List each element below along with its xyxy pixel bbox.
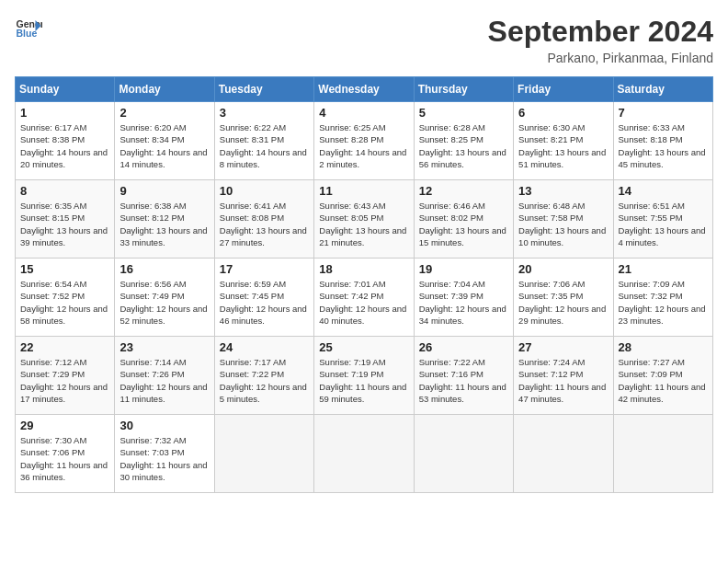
day-number: 23 — [119, 340, 209, 354]
calendar-cell: 12Sunrise: 6:46 AMSunset: 8:02 PMDayligh… — [414, 180, 513, 259]
day-number: 1 — [20, 106, 109, 120]
calendar-cell: 26Sunrise: 7:22 AMSunset: 7:16 PMDayligh… — [414, 337, 513, 415]
week-row-1: 1Sunrise: 6:17 AMSunset: 8:38 PMDaylight… — [16, 102, 713, 180]
calendar-cell: 8Sunrise: 6:35 AMSunset: 8:15 PMDaylight… — [16, 180, 115, 259]
day-info: Sunrise: 6:20 AMSunset: 8:34 PMDaylight:… — [119, 121, 209, 170]
calendar-table: Sunday Monday Tuesday Wednesday Thursday… — [15, 76, 713, 493]
logo: General Blue — [15, 15, 42, 42]
day-number: 12 — [419, 184, 508, 198]
calendar-cell: 10Sunrise: 6:41 AMSunset: 8:08 PMDayligh… — [214, 180, 313, 259]
svg-text:Blue: Blue — [17, 28, 38, 39]
day-info: Sunrise: 7:14 AMSunset: 7:26 PMDaylight:… — [119, 356, 209, 405]
calendar-cell — [514, 415, 613, 493]
day-info: Sunrise: 7:01 AMSunset: 7:42 PMDaylight:… — [319, 278, 408, 327]
calendar-cell: 13Sunrise: 6:48 AMSunset: 7:58 PMDayligh… — [514, 180, 613, 259]
calendar-cell — [214, 415, 313, 493]
calendar-cell: 25Sunrise: 7:19 AMSunset: 7:19 PMDayligh… — [314, 337, 414, 415]
calendar-cell — [613, 415, 712, 493]
day-info: Sunrise: 6:56 AMSunset: 7:49 PMDaylight:… — [119, 278, 209, 327]
day-info: Sunrise: 6:59 AMSunset: 7:45 PMDaylight:… — [220, 278, 309, 327]
calendar-cell: 22Sunrise: 7:12 AMSunset: 7:29 PMDayligh… — [16, 337, 115, 415]
calendar-cell: 29Sunrise: 7:30 AMSunset: 7:06 PMDayligh… — [16, 415, 115, 493]
calendar-cell: 3Sunrise: 6:22 AMSunset: 8:31 PMDaylight… — [214, 102, 313, 180]
calendar-cell: 15Sunrise: 6:54 AMSunset: 7:52 PMDayligh… — [16, 259, 115, 337]
day-info: Sunrise: 6:17 AMSunset: 8:38 PMDaylight:… — [20, 121, 109, 170]
day-number: 10 — [220, 184, 309, 198]
day-number: 16 — [119, 262, 209, 276]
day-info: Sunrise: 6:43 AMSunset: 8:05 PMDaylight:… — [319, 200, 408, 248]
day-number: 14 — [619, 184, 708, 198]
calendar-cell: 24Sunrise: 7:17 AMSunset: 7:22 PMDayligh… — [214, 337, 313, 415]
week-row-3: 15Sunrise: 6:54 AMSunset: 7:52 PMDayligh… — [16, 259, 713, 337]
day-info: Sunrise: 7:04 AMSunset: 7:39 PMDaylight:… — [419, 278, 508, 327]
calendar-cell — [314, 415, 414, 493]
day-number: 21 — [619, 262, 708, 276]
day-number: 19 — [419, 262, 508, 276]
day-number: 17 — [220, 262, 309, 276]
calendar-cell: 30Sunrise: 7:32 AMSunset: 7:03 PMDayligh… — [115, 415, 214, 493]
day-number: 30 — [119, 419, 209, 432]
header-monday: Monday — [115, 77, 214, 102]
day-info: Sunrise: 7:32 AMSunset: 7:03 PMDaylight:… — [119, 434, 209, 483]
calendar-cell: 2Sunrise: 6:20 AMSunset: 8:34 PMDaylight… — [115, 102, 214, 180]
calendar-cell: 6Sunrise: 6:30 AMSunset: 8:21 PMDaylight… — [514, 102, 613, 180]
calendar-cell: 1Sunrise: 6:17 AMSunset: 8:38 PMDaylight… — [16, 102, 115, 180]
day-info: Sunrise: 6:25 AMSunset: 8:28 PMDaylight:… — [319, 121, 408, 170]
day-number: 28 — [619, 340, 708, 354]
day-info: Sunrise: 6:28 AMSunset: 8:25 PMDaylight:… — [419, 121, 508, 170]
page-header: General Blue September 2024 Parkano, Pir… — [15, 15, 713, 65]
day-number: 11 — [319, 184, 408, 198]
calendar-cell: 28Sunrise: 7:27 AMSunset: 7:09 PMDayligh… — [613, 337, 712, 415]
calendar-cell: 27Sunrise: 7:24 AMSunset: 7:12 PMDayligh… — [514, 337, 613, 415]
header-sunday: Sunday — [16, 77, 115, 102]
day-number: 15 — [20, 262, 109, 276]
day-info: Sunrise: 7:09 AMSunset: 7:32 PMDaylight:… — [619, 278, 708, 327]
calendar-cell — [414, 415, 513, 493]
day-info: Sunrise: 7:17 AMSunset: 7:22 PMDaylight:… — [220, 356, 309, 405]
day-number: 7 — [619, 106, 708, 120]
day-number: 2 — [119, 106, 209, 120]
calendar-cell: 19Sunrise: 7:04 AMSunset: 7:39 PMDayligh… — [414, 259, 513, 337]
day-number: 20 — [518, 262, 608, 276]
day-info: Sunrise: 7:19 AMSunset: 7:19 PMDaylight:… — [319, 356, 408, 405]
week-row-4: 22Sunrise: 7:12 AMSunset: 7:29 PMDayligh… — [16, 337, 713, 415]
calendar-cell: 4Sunrise: 6:25 AMSunset: 8:28 PMDaylight… — [314, 102, 414, 180]
header-thursday: Thursday — [414, 77, 513, 102]
day-info: Sunrise: 6:54 AMSunset: 7:52 PMDaylight:… — [20, 278, 109, 327]
day-info: Sunrise: 6:22 AMSunset: 8:31 PMDaylight:… — [220, 121, 309, 170]
day-info: Sunrise: 6:48 AMSunset: 7:58 PMDaylight:… — [518, 200, 608, 248]
day-info: Sunrise: 6:51 AMSunset: 7:55 PMDaylight:… — [619, 200, 708, 248]
day-info: Sunrise: 7:22 AMSunset: 7:16 PMDaylight:… — [419, 356, 508, 405]
day-number: 4 — [319, 106, 408, 120]
day-info: Sunrise: 7:06 AMSunset: 7:35 PMDaylight:… — [518, 278, 608, 327]
calendar-cell: 5Sunrise: 6:28 AMSunset: 8:25 PMDaylight… — [414, 102, 513, 180]
calendar-cell: 11Sunrise: 6:43 AMSunset: 8:05 PMDayligh… — [314, 180, 414, 259]
day-info: Sunrise: 6:41 AMSunset: 8:08 PMDaylight:… — [220, 200, 309, 248]
day-number: 13 — [518, 184, 608, 198]
title-block: September 2024 Parkano, Pirkanmaa, Finla… — [488, 15, 713, 65]
calendar-cell: 21Sunrise: 7:09 AMSunset: 7:32 PMDayligh… — [613, 259, 712, 337]
day-header-row: Sunday Monday Tuesday Wednesday Thursday… — [16, 77, 713, 102]
day-info: Sunrise: 6:46 AMSunset: 8:02 PMDaylight:… — [419, 200, 508, 248]
day-number: 18 — [319, 262, 408, 276]
day-info: Sunrise: 7:30 AMSunset: 7:06 PMDaylight:… — [20, 434, 109, 483]
calendar-cell: 17Sunrise: 6:59 AMSunset: 7:45 PMDayligh… — [214, 259, 313, 337]
day-number: 27 — [518, 340, 608, 354]
header-tuesday: Tuesday — [214, 77, 313, 102]
calendar-cell: 16Sunrise: 6:56 AMSunset: 7:49 PMDayligh… — [115, 259, 214, 337]
day-number: 5 — [419, 106, 508, 120]
day-info: Sunrise: 7:12 AMSunset: 7:29 PMDaylight:… — [20, 356, 109, 405]
day-number: 9 — [119, 184, 209, 198]
day-number: 25 — [319, 340, 408, 354]
day-number: 6 — [518, 106, 608, 120]
calendar-cell: 18Sunrise: 7:01 AMSunset: 7:42 PMDayligh… — [314, 259, 414, 337]
header-friday: Friday — [514, 77, 613, 102]
header-wednesday: Wednesday — [314, 77, 414, 102]
calendar-subtitle: Parkano, Pirkanmaa, Finland — [488, 51, 713, 65]
week-row-5: 29Sunrise: 7:30 AMSunset: 7:06 PMDayligh… — [16, 415, 713, 493]
day-number: 22 — [20, 340, 109, 354]
day-info: Sunrise: 6:30 AMSunset: 8:21 PMDaylight:… — [518, 121, 608, 170]
day-number: 29 — [20, 419, 109, 432]
calendar-cell: 7Sunrise: 6:33 AMSunset: 8:18 PMDaylight… — [613, 102, 712, 180]
day-number: 8 — [20, 184, 109, 198]
